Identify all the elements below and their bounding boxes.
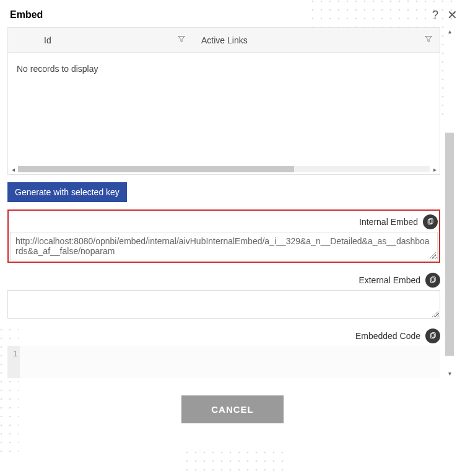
generate-key-button[interactable]: Generate with selected key [7, 182, 127, 202]
filter-icon[interactable] [417, 35, 440, 45]
cancel-button[interactable]: CANCEL [181, 395, 284, 423]
copy-internal-button[interactable] [423, 214, 438, 229]
scroll-thumb[interactable] [445, 133, 454, 356]
horizontal-scrollbar[interactable]: ◂ ▸ [8, 164, 440, 174]
help-icon[interactable]: ? [432, 9, 438, 20]
scroll-right-icon[interactable]: ▸ [430, 166, 440, 173]
copy-external-button[interactable] [425, 273, 440, 288]
copy-code-button[interactable] [425, 328, 440, 343]
embedded-code-textarea[interactable] [20, 346, 440, 378]
svg-rect-5 [186, 451, 285, 476]
internal-embed-label: Internal Embed [359, 217, 418, 227]
column-active-links-header[interactable]: Active Links [194, 35, 417, 45]
hscroll-track[interactable] [18, 166, 430, 172]
records-table: Id Active Links No records to display ◂ … [7, 27, 440, 175]
table-header: Id Active Links [8, 28, 440, 53]
scroll-down-icon[interactable]: ▾ [445, 369, 454, 378]
decorative-dots-bottom [186, 451, 285, 476]
scroll-up-icon[interactable]: ▴ [445, 27, 454, 36]
external-embed-label: External Embed [359, 275, 420, 285]
dialog-title: Embed [10, 9, 43, 20]
scroll-left-icon[interactable]: ◂ [8, 166, 18, 173]
close-icon[interactable]: ✕ [447, 9, 458, 21]
column-id-header[interactable]: Id [8, 35, 169, 45]
empty-state-text: No records to display [17, 64, 98, 74]
external-embed-textarea[interactable] [7, 290, 440, 319]
internal-embed-value: http://localhost:8080/opnbi/embed/intern… [15, 236, 430, 256]
internal-embed-textarea[interactable]: http://localhost:8080/opnbi/embed/intern… [10, 232, 438, 260]
scroll-track[interactable] [445, 37, 454, 368]
hscroll-thumb[interactable] [18, 166, 294, 172]
filter-icon[interactable] [169, 35, 194, 45]
embedded-code-label: Embedded Code [355, 331, 420, 341]
vertical-scrollbar[interactable]: ▴ ▾ [445, 27, 454, 378]
code-line-number: 1 [7, 346, 20, 378]
